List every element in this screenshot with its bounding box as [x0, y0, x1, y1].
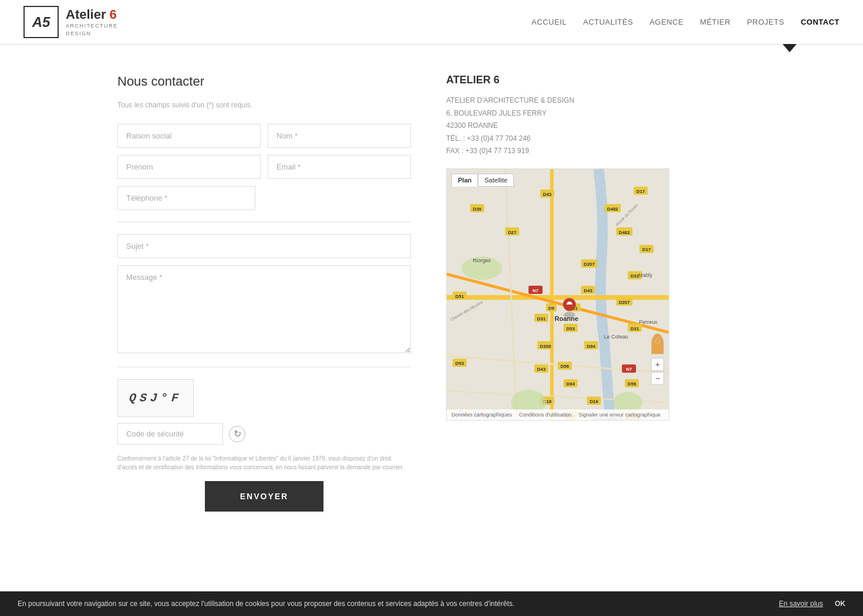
legal-text: Conformément à l'article 27 de la loi "I… [117, 454, 411, 472]
map-zoom-out[interactable]: − [651, 372, 664, 385]
svg-text:D43: D43 [543, 192, 552, 197]
svg-text:D53: D53 [456, 361, 464, 366]
svg-text:D39: D39 [473, 207, 481, 212]
svg-text:N7: N7 [532, 288, 539, 293]
svg-text:Riorges: Riorges [473, 258, 491, 263]
info-side: ATELIER 6 ATELIER D'ARCHITECTURE & DESIG… [446, 74, 669, 512]
address-line2: 6, BOULEVARD JULES FERRY [446, 107, 669, 120]
svg-text:D300: D300 [540, 343, 552, 348]
svg-text:D17: D17 [636, 189, 645, 194]
map-terms-link[interactable]: Conditions d'utilisation [519, 412, 571, 418]
svg-point-81 [564, 312, 575, 318]
svg-text:D9: D9 [548, 306, 555, 311]
nom-input[interactable] [268, 124, 411, 148]
map-footer: Données cartographiques Conditions d'uti… [447, 409, 669, 420]
svg-text:D31: D31 [537, 316, 546, 321]
nav-contact[interactable]: CONTACT [801, 18, 840, 26]
logo-area: A5 Atelier 6 ARCHITECTURE DESIGN [23, 6, 118, 38]
brand-number: 6 [110, 7, 117, 22]
address-fax: FAX : +33 (0)4 77 713 919 [446, 145, 669, 158]
nav-agence[interactable]: AGENCE [649, 18, 683, 26]
header: A5 Atelier 6 ARCHITECTURE DESIGN ACCUEIL… [0, 0, 863, 45]
main-content: Nous contacter Tous les champs suivis d'… [0, 45, 863, 541]
svg-text:Perreux: Perreux [639, 319, 658, 325]
message-textarea[interactable] [117, 265, 411, 353]
required-note: Tous les champs suivis d'un (*) sont req… [117, 101, 411, 109]
form-divider-1 [117, 222, 411, 222]
map-error-link[interactable]: Signaler une erreur cartographique [578, 412, 660, 418]
logo-text: Atelier 6 ARCHITECTURE DESIGN [66, 7, 118, 37]
captcha-row: ↻ [117, 423, 411, 445]
form-divider-2 [117, 367, 411, 367]
captcha-area: QSJ°F ↻ [117, 379, 411, 445]
svg-text:D43: D43 [584, 288, 592, 293]
svg-text:D43: D43 [537, 367, 546, 372]
telephone-input[interactable] [117, 186, 255, 210]
captcha-refresh-button[interactable]: ↻ [229, 426, 245, 442]
svg-text:D56: D56 [561, 364, 569, 369]
brand-subtitle: ARCHITECTURE DESIGN [66, 22, 118, 37]
company-address: ATELIER D'ARCHITECTURE & DESIGN 6, BOULE… [446, 94, 669, 158]
svg-text:D53: D53 [567, 326, 575, 331]
svg-text:D207: D207 [584, 262, 595, 267]
map-container: Plan Satellite N7 N7 [446, 168, 669, 421]
nav-actualites[interactable]: ACTUALITÉS [583, 18, 633, 26]
svg-text:D84: D84 [586, 343, 595, 348]
row-sujet [117, 234, 411, 258]
contact-form-side: Nous contacter Tous les champs suivis d'… [117, 74, 411, 512]
svg-text:N7: N7 [626, 367, 632, 372]
main-nav: ACCUEIL ACTUALITÉS AGENCE MÉTIER PROJETS… [531, 18, 840, 26]
address-tel: TÉL. : +33 (0)4 77 704 246 [446, 133, 669, 145]
svg-text:D84: D84 [567, 381, 575, 387]
map-svg: N7 N7 D39 D43 D27 D482 D17 D17 D482 D [447, 169, 669, 420]
svg-text:D482: D482 [607, 207, 619, 212]
svg-text:D56: D56 [628, 381, 636, 387]
prenom-input[interactable] [117, 155, 261, 179]
captcha-image: QSJ°F [117, 379, 194, 417]
row-message [117, 265, 411, 355]
row-telephone [117, 186, 411, 210]
raison-social-input[interactable] [117, 124, 261, 148]
map-satellite-tab[interactable]: Satellite [478, 174, 514, 187]
map-zoom-in[interactable]: + [651, 358, 664, 371]
map-data-link[interactable]: Données cartographiques [451, 412, 512, 418]
row-prenom-email [117, 155, 411, 179]
svg-text:D17: D17 [642, 247, 651, 252]
map-controls: + − [651, 333, 664, 385]
svg-text:D27: D27 [508, 230, 517, 235]
row-raison-nom [117, 124, 411, 148]
captcha-input[interactable] [117, 423, 223, 445]
nav-metier[interactable]: MÉTIER [700, 18, 730, 26]
nav-accueil[interactable]: ACCUEIL [531, 18, 567, 26]
svg-text:Mably: Mably [638, 272, 652, 278]
nav-projets[interactable]: PROJETS [747, 18, 784, 26]
map-plan-tab[interactable]: Plan [451, 174, 478, 187]
svg-text:Le Coteau: Le Coteau [604, 334, 628, 340]
sujet-input[interactable] [117, 234, 411, 258]
streetview-person[interactable] [651, 333, 664, 354]
svg-text:D18: D18 [589, 399, 598, 404]
email-input[interactable] [268, 155, 411, 179]
address-line3: 42300 ROANNE [446, 120, 669, 133]
svg-text:D207: D207 [619, 300, 631, 305]
company-title: ATELIER 6 [446, 74, 669, 86]
svg-text:D51: D51 [456, 294, 464, 299]
brand-name: Atelier 6 [66, 7, 118, 22]
map-tabs-overlay: Plan Satellite [451, 174, 514, 187]
svg-text:D482: D482 [619, 230, 631, 235]
svg-text:D31: D31 [631, 326, 639, 331]
address-line1: ATELIER D'ARCHITECTURE & DESIGN [446, 94, 669, 107]
logo-icon: A5 [23, 6, 59, 38]
submit-button[interactable]: ENVOYER [205, 481, 323, 512]
nav-active-indicator [783, 44, 797, 52]
form-title: Nous contacter [117, 74, 411, 89]
